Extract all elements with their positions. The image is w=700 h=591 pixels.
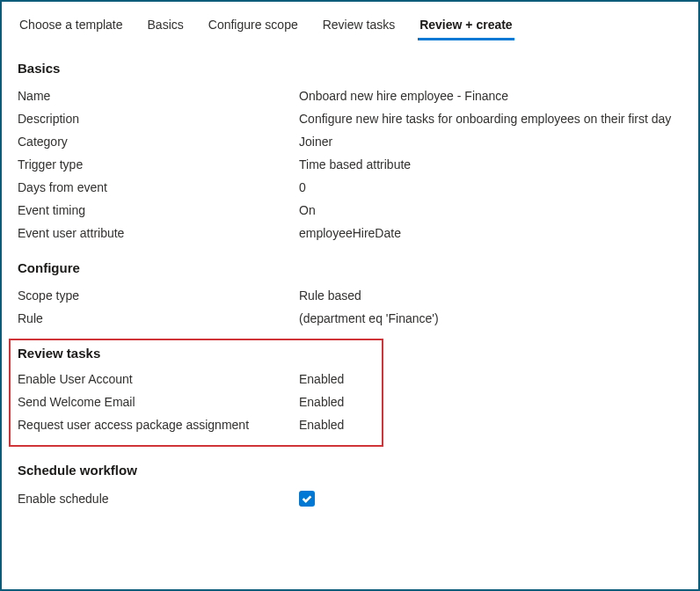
row-days-from-event: Days from event 0 — [18, 176, 682, 199]
value-days-from-event: 0 — [299, 180, 306, 194]
row-category: Category Joiner — [18, 130, 682, 153]
tab-configure-scope[interactable]: Configure scope — [207, 12, 300, 40]
value-scope-type: Rule based — [299, 288, 361, 303]
schedule-heading: Schedule workflow — [18, 463, 682, 478]
value-event-timing: On — [299, 203, 316, 217]
label-event-user-attribute: Event user attribute — [18, 226, 299, 240]
row-scope-type: Scope type Rule based — [18, 284, 682, 307]
value-trigger-type: Time based attribute — [299, 157, 411, 171]
review-tasks-highlight: Review tasks Enable User Account Enabled… — [9, 339, 383, 447]
label-enable-user-account: Enable User Account — [18, 372, 299, 386]
basics-heading: Basics — [18, 61, 682, 76]
label-days-from-event: Days from event — [18, 180, 299, 194]
tab-review-create[interactable]: Review + create — [418, 12, 514, 40]
review-tasks-heading: Review tasks — [18, 346, 375, 361]
tab-choose-template[interactable]: Choose a template — [18, 12, 125, 40]
row-request-access-package: Request user access package assignment E… — [18, 413, 375, 436]
row-name: Name Onboard new hire employee - Finance — [18, 84, 682, 107]
tab-review-tasks[interactable]: Review tasks — [321, 12, 397, 40]
value-send-welcome-email: Enabled — [299, 395, 344, 409]
configure-heading: Configure — [18, 260, 682, 275]
row-enable-user-account: Enable User Account Enabled — [18, 368, 375, 390]
check-icon — [301, 492, 313, 505]
label-description: Description — [18, 112, 299, 126]
row-event-timing: Event timing On — [18, 199, 682, 222]
row-event-user-attribute: Event user attribute employeeHireDate — [18, 222, 682, 244]
row-rule: Rule (department eq 'Finance') — [18, 307, 682, 330]
value-name: Onboard new hire employee - Finance — [299, 89, 508, 103]
enable-schedule-checkbox[interactable] — [299, 491, 315, 507]
row-trigger-type: Trigger type Time based attribute — [18, 153, 682, 176]
label-send-welcome-email: Send Welcome Email — [18, 395, 299, 409]
value-description: Configure new hire tasks for onboarding … — [299, 112, 671, 126]
value-category: Joiner — [299, 135, 332, 149]
label-name: Name — [18, 89, 299, 103]
value-event-user-attribute: employeeHireDate — [299, 226, 401, 240]
label-category: Category — [18, 135, 299, 149]
row-description: Description Configure new hire tasks for… — [18, 107, 682, 130]
label-trigger-type: Trigger type — [18, 157, 299, 171]
tab-basics[interactable]: Basics — [146, 12, 186, 40]
label-enable-schedule: Enable schedule — [18, 492, 299, 506]
label-event-timing: Event timing — [18, 203, 299, 217]
value-rule: (department eq 'Finance') — [299, 311, 439, 325]
label-scope-type: Scope type — [18, 288, 299, 303]
value-request-access-package: Enabled — [299, 418, 344, 432]
row-send-welcome-email: Send Welcome Email Enabled — [18, 390, 375, 413]
row-enable-schedule: Enable schedule — [18, 486, 682, 511]
content-area: Basics Name Onboard new hire employee - … — [2, 41, 698, 511]
label-rule: Rule — [18, 311, 299, 325]
label-request-access-package: Request user access package assignment — [18, 418, 299, 432]
value-enable-user-account: Enabled — [299, 372, 344, 386]
tab-bar: Choose a template Basics Configure scope… — [2, 2, 698, 41]
